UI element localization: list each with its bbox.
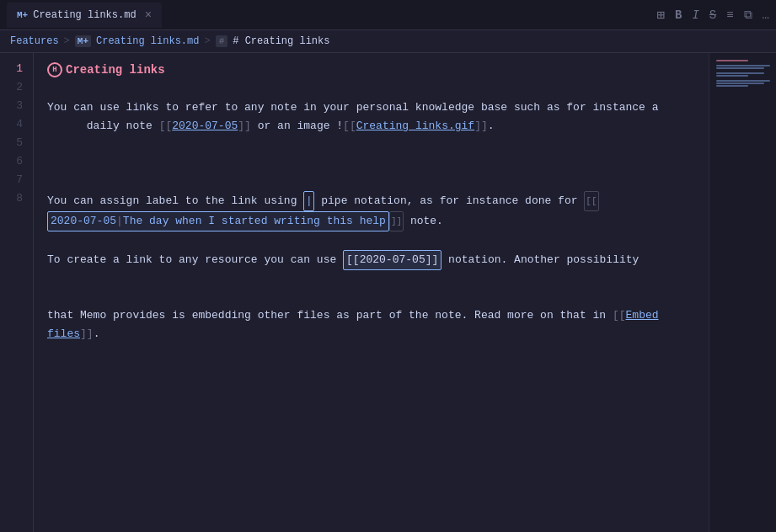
more-icon[interactable]: … [763,8,769,22]
line3-link1-wrapper: [[2020-07-05]] [159,117,251,136]
minimap-line-5b [716,75,748,77]
line3-text1: You can use links to refer to any note i… [47,98,659,117]
strikethrough-icon[interactable]: S [709,8,716,22]
line7-inline-code: [[2020-07-05]] [343,250,442,270]
split-icon[interactable]: ⧉ [744,8,752,22]
breadcrumb: Features > M+ Creating links.md > # # Cr… [0,30,776,53]
line3-close-bracket1: ]] [238,117,251,136]
heading-text: Creating links [66,61,165,79]
line-3: You can use links to refer to any note i… [47,98,695,173]
line-number-5: 5 [0,134,33,152]
line5-wiki-close: ]] [389,211,404,231]
breadcrumb-file[interactable]: Creating links.md [96,35,199,47]
line3-close-bracket2: ]] [474,117,488,136]
line7-embed-open: [[ [613,306,626,325]
title-bar-left: M+ Creating links.md × [7,3,162,28]
line-number-6: 6 [0,152,33,171]
line5-text1: You can assign label to the link using [47,192,303,210]
minimap-line-5 [716,72,765,74]
columns-icon[interactable]: ⊞ [656,7,665,24]
line-number-1: 1 [0,60,33,78]
line-number-4: 4 [0,115,33,134]
line-5: You can assign label to the link using |… [47,191,695,231]
line7-space [659,306,666,325]
line3-link2-wrapper: [[Creating links.gif]] [343,117,488,136]
breadcrumb-heading[interactable]: # Creating links [233,35,329,47]
breadcrumb-features[interactable]: Features [10,35,59,47]
line3-text2: daily note [87,117,159,136]
minimap-line-7 [716,80,770,82]
line5-wiki-date: 2020-07-05 [51,212,116,231]
minimap-line-7c [716,85,748,87]
minimap-line-7b [716,82,765,84]
toolbar: ⊞ B I S ≡ ⧉ … [656,7,769,24]
line-numbers: 1 2 3 4 5 6 7 8 [0,53,34,532]
line5-text3: note. [404,212,443,231]
line3-open-bracket2: [[ [343,117,356,136]
line-number-3: 3 [0,97,33,115]
tab-close-button[interactable]: × [145,8,152,22]
line5-pipe: | [303,191,314,211]
minimap [709,53,776,532]
line5-wiki-label: The day when I started writing this help [123,212,386,231]
italic-icon[interactable]: I [692,8,698,22]
line3-link1[interactable]: 2020-07-05 [172,117,238,136]
minimap-content [716,60,770,88]
breadcrumb-sep2: > [204,35,210,47]
line5-wiki-open: [[ [584,191,598,211]
line5-wiki-content: 2020-07-05 | The day when I started writ… [47,211,389,231]
line-2 [47,80,695,98]
minimap-line-1 [716,60,748,61]
line3-link2[interactable]: Creating links.gif [356,117,474,136]
line3-end: . [488,117,495,136]
active-tab[interactable]: M+ Creating links.md × [7,3,162,28]
line-number-8: 8 [0,189,33,208]
tab-md-icon: M+ [17,10,28,20]
heading-icon: H [47,62,62,77]
title-bar: M+ Creating links.md × ⊞ B I S ≡ ⧉ … [0,0,776,30]
line5-text2: pipe notation, as for instance done for [314,192,584,210]
line3-text3: or an image ! [251,117,343,136]
line-4 [47,173,695,191]
line-number-7: 7 [0,171,33,189]
bold-icon[interactable]: B [675,8,682,22]
line7-embed-close: ]] [80,325,94,343]
line-6 [47,231,695,250]
breadcrumb-md-icon: M+ [75,35,91,47]
line3-open-bracket1: [[ [159,117,173,136]
tab-label: Creating links.md [33,9,136,21]
line7-text2: notation. Another possibility [442,251,639,269]
list-icon[interactable]: ≡ [726,8,733,22]
line-7: To create a link to any resource you can… [47,250,695,343]
minimap-line-3 [716,65,770,66]
line7-text1: To create a link to any resource you can… [47,251,343,269]
breadcrumb-hash-icon: # [216,35,228,47]
line7-text3: that Memo provides is embedding other fi… [47,306,613,325]
line-1: H Creating links [47,60,695,80]
line7-files-link[interactable]: files [47,325,80,343]
line5-wiki-pipe: | [116,212,123,231]
line-number-2: 2 [0,78,33,97]
line-8 [47,343,695,362]
editor: 1 2 3 4 5 6 7 8 H Creating links You can… [0,53,776,532]
minimap-line-3b [716,67,765,69]
line7-embed-link[interactable]: Embed [626,306,659,325]
breadcrumb-sep1: > [64,35,70,47]
line7-end: . [94,325,100,343]
code-content[interactable]: H Creating links You can use links to re… [34,53,709,532]
